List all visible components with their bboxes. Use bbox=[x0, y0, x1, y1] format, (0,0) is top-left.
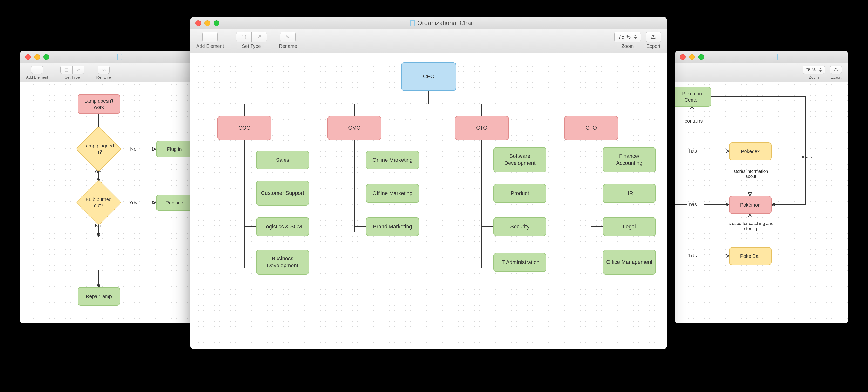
tool-rename: Aa Rename bbox=[96, 66, 111, 80]
node-label: COO bbox=[239, 124, 250, 132]
rename-button[interactable]: Aa bbox=[280, 32, 296, 42]
tool-rename: Aa Rename bbox=[279, 32, 297, 49]
close-icon[interactable] bbox=[25, 54, 31, 60]
tool-add-element: ＋ Add Element bbox=[196, 32, 224, 49]
node-dept[interactable]: Finance/ Accounting bbox=[603, 147, 656, 172]
zoom-label: Zoom bbox=[809, 75, 819, 80]
zoom-label: Zoom bbox=[621, 44, 633, 49]
node-label: Offline Marketing bbox=[373, 190, 412, 197]
add-element-label: Add Element bbox=[26, 75, 48, 80]
window-flowchart: ＋ Add Element ▢ ↗ Set Type Aa Rename bbox=[20, 51, 191, 324]
node-ceo[interactable]: CEO bbox=[401, 62, 456, 91]
node-label: Logistics & SCM bbox=[263, 223, 302, 230]
add-element-button[interactable]: ＋ bbox=[202, 32, 218, 42]
node-start[interactable]: Lamp doesn't work bbox=[78, 94, 120, 114]
node-label: IT Administration bbox=[500, 259, 539, 266]
window-title: Organizational Chart bbox=[223, 19, 662, 27]
node-label: CEO bbox=[423, 73, 434, 80]
edge-label-has: has bbox=[689, 253, 697, 258]
node-dept[interactable]: Sales bbox=[256, 150, 309, 169]
minimize-icon[interactable] bbox=[34, 54, 40, 60]
shape-arrow-button[interactable]: ↗ bbox=[72, 66, 84, 74]
node-center[interactable]: Pokémon Center bbox=[675, 87, 711, 107]
titlebar[interactable] bbox=[675, 51, 848, 63]
minimize-icon[interactable] bbox=[689, 54, 695, 60]
shape-arrow-button[interactable]: ↗ bbox=[251, 32, 267, 42]
node-label: Pokémon Center bbox=[675, 90, 708, 103]
title-text: Organizational Chart bbox=[417, 19, 475, 27]
node-dept[interactable]: Customer Support bbox=[256, 180, 309, 206]
node-label: Repair lamp bbox=[86, 293, 112, 300]
zoom-stepper[interactable]: 75 % bbox=[614, 32, 641, 42]
node-dept[interactable]: IT Administration bbox=[493, 253, 546, 272]
window-org-chart: Organizational Chart ＋ Add Element ▢ ↗ S… bbox=[190, 17, 667, 349]
zoom-icon[interactable] bbox=[698, 54, 704, 60]
rename-label: Rename bbox=[96, 75, 111, 80]
zoom-icon[interactable] bbox=[214, 20, 219, 26]
node-dept[interactable]: Online Marketing bbox=[366, 150, 419, 169]
toolbar: ＋ Add Element ▢ ↗ Set Type Aa Rename 75 … bbox=[190, 29, 667, 53]
node-label: Software Development bbox=[496, 153, 544, 167]
node-cfo[interactable]: CFO bbox=[564, 116, 618, 140]
node-dept[interactable]: Office Management bbox=[603, 250, 656, 275]
export-label: Export bbox=[646, 44, 660, 49]
traffic-lights bbox=[195, 20, 219, 26]
node-dept[interactable]: Brand Marketing bbox=[366, 217, 419, 236]
titlebar[interactable] bbox=[20, 51, 191, 63]
canvas[interactable]: CEO COO CMO CTO CFO Sales Customer Suppo… bbox=[190, 53, 667, 349]
node-dept[interactable]: Software Development bbox=[493, 147, 546, 172]
node-decision-bulb[interactable]: Bulb burned out? bbox=[83, 186, 115, 219]
node-label: HR bbox=[625, 190, 633, 197]
shape-square-button[interactable]: ▢ bbox=[236, 32, 251, 42]
node-replace[interactable]: Replace bbox=[156, 195, 191, 211]
node-label: Online Marketing bbox=[373, 157, 412, 164]
node-label: Lamp plugged in? bbox=[83, 143, 115, 155]
node-label: CTO bbox=[476, 124, 487, 132]
node-label: Sales bbox=[276, 157, 289, 164]
node-dept[interactable]: Offline Marketing bbox=[366, 184, 419, 203]
node-label: Office Management bbox=[606, 259, 652, 266]
node-dept[interactable]: Security bbox=[493, 217, 546, 236]
node-pokemon[interactable]: Pokémon bbox=[729, 196, 772, 214]
node-coo[interactable]: COO bbox=[217, 116, 272, 140]
node-dept[interactable]: Legal bbox=[603, 217, 656, 236]
node-dept[interactable]: HR bbox=[603, 184, 656, 203]
node-plug-in[interactable]: Plug in bbox=[156, 141, 191, 158]
edge-label-no: No bbox=[130, 146, 136, 152]
export-button[interactable] bbox=[646, 32, 661, 42]
node-pokeball[interactable]: Poké Ball bbox=[729, 247, 772, 265]
canvas[interactable]: Pokémon Center contains has Pokédex stor… bbox=[675, 82, 848, 324]
node-dept[interactable]: Product bbox=[493, 184, 546, 203]
node-dept[interactable]: Logistics & SCM bbox=[256, 217, 309, 236]
stepper-icon bbox=[819, 67, 822, 72]
edge-label-yes: Yes bbox=[94, 169, 102, 174]
canvas[interactable]: Lamp doesn't work Lamp plugged in? No Pl… bbox=[20, 82, 191, 324]
export-label: Export bbox=[830, 75, 841, 80]
rename-button[interactable]: Aa bbox=[98, 66, 110, 74]
node-label: Replace bbox=[165, 200, 183, 206]
node-repair[interactable]: Repair lamp bbox=[78, 287, 120, 306]
minimize-icon[interactable] bbox=[205, 20, 210, 26]
close-icon[interactable] bbox=[195, 20, 201, 26]
add-element-button[interactable]: ＋ bbox=[31, 66, 43, 74]
traffic-lights bbox=[25, 54, 49, 60]
node-dept[interactable]: Business Development bbox=[256, 250, 309, 275]
node-label: Finance/ Accounting bbox=[606, 153, 653, 167]
edge-label-has: has bbox=[689, 148, 697, 154]
zoom-stepper[interactable]: 75 % bbox=[803, 66, 825, 74]
zoom-icon[interactable] bbox=[43, 54, 49, 60]
node-cto[interactable]: CTO bbox=[455, 116, 509, 140]
titlebar[interactable]: Organizational Chart bbox=[190, 17, 667, 29]
node-label: Plug in bbox=[167, 146, 182, 152]
add-element-label: Add Element bbox=[196, 44, 224, 49]
zoom-value: 75 % bbox=[806, 67, 816, 73]
edge-label-yes: Yes bbox=[129, 200, 137, 205]
node-label: Customer Support bbox=[261, 190, 304, 197]
node-pokedex[interactable]: Pokédex bbox=[729, 142, 772, 160]
shape-square-button[interactable]: ▢ bbox=[60, 66, 72, 74]
export-button[interactable] bbox=[830, 66, 842, 74]
node-cmo[interactable]: CMO bbox=[328, 116, 381, 140]
edge-label-has: has bbox=[689, 202, 697, 207]
node-decision-plugged[interactable]: Lamp plugged in? bbox=[83, 133, 115, 165]
close-icon[interactable] bbox=[680, 54, 686, 60]
